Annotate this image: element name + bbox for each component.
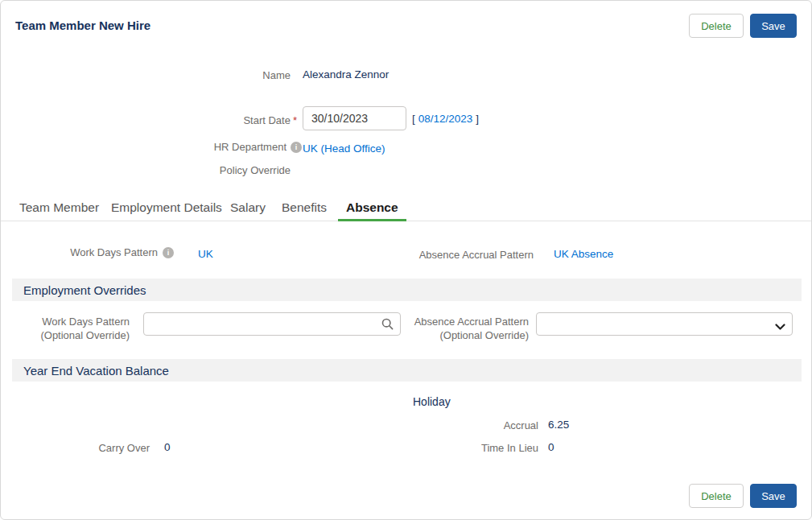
absence-accrual-pattern-link[interactable]: UK Absence	[554, 248, 613, 260]
work-days-override-search-input[interactable]	[143, 312, 401, 336]
delete-button[interactable]: Delete	[689, 14, 744, 38]
absence-accrual-pattern-label: Absence Accrual Pattern	[355, 249, 534, 261]
absence-accrual-override-field	[536, 312, 793, 336]
tab-absence[interactable]: Absence	[338, 198, 406, 221]
start-date-label: Start Date	[243, 114, 291, 126]
start-date-input[interactable]	[303, 106, 406, 130]
name-label: Name	[12, 69, 291, 81]
work-days-pattern-label-row: Work Days Pattern i	[12, 246, 174, 258]
work-days-override-label-line1: Work Days Pattern	[12, 315, 130, 328]
hr-department-link[interactable]: UK (Head Office)	[303, 142, 385, 155]
policy-override-label: Policy Override	[12, 164, 291, 176]
delete-button[interactable]: Delete	[689, 484, 744, 508]
name-value: Alexandra Zennor	[303, 68, 389, 80]
required-asterisk: *	[293, 114, 297, 126]
secondary-date-link[interactable]: 08/12/2023	[418, 113, 473, 125]
accrual-label: Accrual	[403, 419, 538, 431]
start-date-label-row: Start Date*	[12, 113, 297, 127]
info-icon[interactable]: i	[291, 142, 302, 153]
info-icon[interactable]: i	[163, 247, 174, 258]
tab-salary[interactable]: Salary	[222, 198, 274, 221]
work-days-pattern-label: Work Days Pattern	[70, 246, 158, 258]
bottom-action-bar: Delete Save	[689, 484, 797, 508]
work-days-override-lookup	[143, 312, 401, 336]
page-title: Team Member New Hire	[15, 19, 150, 32]
work-days-override-label-line2: (Optional Override)	[12, 328, 130, 342]
save-button[interactable]: Save	[750, 14, 797, 38]
absence-accrual-override-select[interactable]	[536, 312, 793, 336]
time-in-lieu-label: Time In Lieu	[403, 442, 538, 454]
bracket-open: [	[412, 113, 415, 125]
year-end-vacation-balance-section-header: Year End Vacation Balance	[12, 359, 802, 382]
work-days-pattern-link[interactable]: UK	[198, 248, 213, 260]
absence-accrual-override-label-line2: (Optional Override)	[379, 328, 529, 342]
bracket-close: ]	[476, 113, 479, 125]
absence-accrual-override-label-line1: Absence Accrual Pattern	[379, 315, 529, 328]
carry-over-value: 0	[164, 441, 171, 453]
team-member-new-hire-card: Team Member New Hire Delete Save Name Al…	[0, 0, 812, 520]
employment-overrides-section-header: Employment Overrides	[12, 279, 802, 301]
secondary-date: [08/12/2023]	[412, 113, 479, 125]
save-button[interactable]: Save	[750, 484, 797, 508]
holiday-column-header: Holiday	[413, 395, 451, 408]
hr-department-label: HR Department	[214, 141, 286, 153]
top-action-bar: Delete Save	[689, 14, 797, 38]
tab-team-member[interactable]: Team Member	[11, 198, 107, 221]
absence-accrual-override-label: Absence Accrual Pattern (Optional Overri…	[379, 315, 529, 342]
carry-over-label: Carry Over	[12, 442, 150, 454]
hr-department-label-row: HR Department i	[12, 141, 302, 153]
tab-benefits[interactable]: Benefits	[274, 198, 335, 221]
accrual-value: 6.25	[548, 419, 569, 431]
work-days-override-label: Work Days Pattern (Optional Override)	[12, 315, 130, 342]
tab-employment-details[interactable]: Employment Details	[103, 198, 230, 221]
time-in-lieu-value: 0	[548, 441, 554, 453]
tab-bar: Team Member Employment Details Salary Be…	[1, 198, 811, 221]
